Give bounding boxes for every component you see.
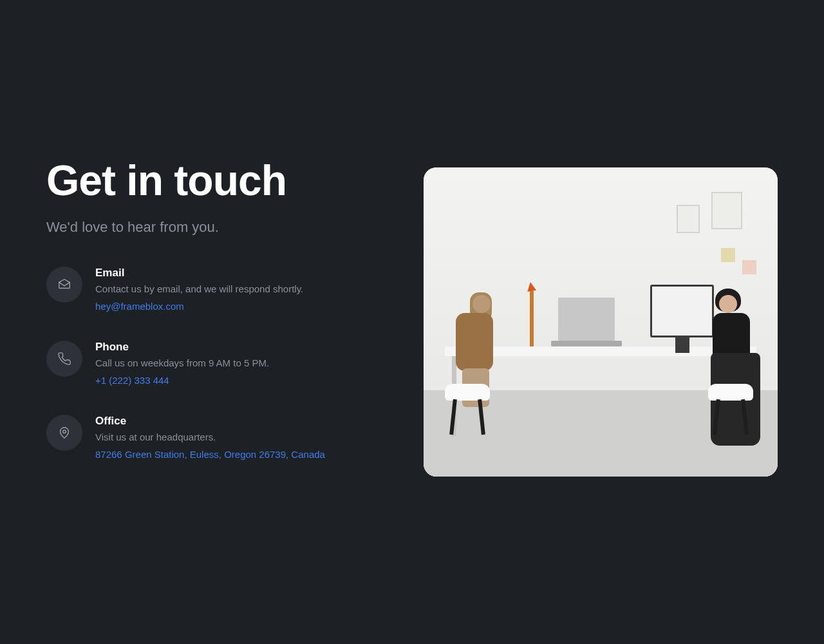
contact-item-office: Office Visit us at our headquarters. 872… bbox=[46, 415, 381, 460]
contact-item-title: Office bbox=[95, 415, 325, 428]
contact-item-description: Contact us by email, and we will respond… bbox=[95, 283, 303, 294]
phone-link[interactable]: +1 (222) 333 444 bbox=[95, 375, 169, 386]
contact-info-column: Get in touch We'd love to hear from you.… bbox=[46, 156, 381, 489]
contact-section: Get in touch We'd love to hear from you.… bbox=[0, 0, 824, 644]
map-pin-icon bbox=[46, 415, 82, 451]
contact-item-content: Email Contact us by email, and we will r… bbox=[95, 267, 303, 312]
address-link[interactable]: 87266 Green Station, Euless, Oregon 2673… bbox=[95, 449, 325, 460]
contact-item-description: Call us on weekdays from 9 AM to 5 PM. bbox=[95, 357, 269, 368]
phone-icon bbox=[46, 341, 82, 377]
hero-image-column bbox=[424, 167, 778, 477]
email-link[interactable]: hey@frameblox.com bbox=[95, 301, 184, 312]
office-photo bbox=[424, 167, 778, 477]
contact-item-content: Office Visit us at our headquarters. 872… bbox=[95, 415, 325, 460]
page-subtitle: We'd love to hear from you. bbox=[46, 219, 381, 236]
contact-item-email: Email Contact us by email, and we will r… bbox=[46, 267, 381, 312]
contact-item-content: Phone Call us on weekdays from 9 AM to 5… bbox=[95, 341, 269, 386]
contact-item-description: Visit us at our headquarters. bbox=[95, 431, 325, 442]
contact-item-phone: Phone Call us on weekdays from 9 AM to 5… bbox=[46, 341, 381, 386]
contact-item-title: Email bbox=[95, 267, 303, 279]
svg-point-0 bbox=[63, 430, 66, 433]
contact-item-title: Phone bbox=[95, 341, 269, 354]
page-title: Get in touch bbox=[46, 156, 381, 205]
envelope-icon bbox=[46, 267, 82, 303]
